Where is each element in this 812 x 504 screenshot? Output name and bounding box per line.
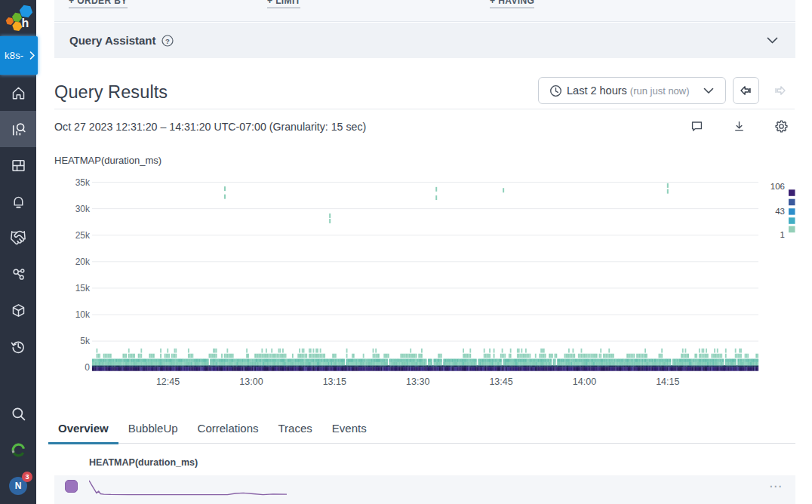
summary-table-row[interactable]: ⋯ <box>54 475 795 504</box>
time-range-value: Last 2 hours <box>567 85 627 97</box>
main-content: + ORDER BY + LIMIT + HAVING Query Assist… <box>36 0 812 504</box>
time-range-dropdown[interactable]: Last 2 hours (run just now) <box>538 77 726 104</box>
environment-switcher[interactable]: k8s- <box>0 36 38 75</box>
page-title: Query Results <box>54 82 168 103</box>
help-icon[interactable]: ? <box>161 35 174 47</box>
cube-icon <box>11 303 26 318</box>
query-assistant-title: Query Assistant <box>69 34 156 47</box>
svg-text:0: 0 <box>85 362 90 373</box>
environment-label: k8s- <box>5 50 23 61</box>
history-icon <box>10 338 26 355</box>
sidebar-item-usage[interactable] <box>0 432 36 468</box>
summary-sparkline <box>89 479 287 497</box>
having-button[interactable]: + HAVING <box>490 0 534 8</box>
honeycomb-logo[interactable]: h <box>0 0 36 36</box>
avatar: N 3 <box>9 477 27 495</box>
svg-text:43: 43 <box>775 207 785 216</box>
tab-correlations[interactable]: Correlations <box>188 413 269 443</box>
usage-ring-icon <box>10 441 27 459</box>
svg-text:20k: 20k <box>75 257 91 267</box>
order-by-button[interactable]: + ORDER BY <box>69 0 128 8</box>
sidebar-item-activity-history[interactable] <box>0 328 36 364</box>
row-menu-ellipsis[interactable]: ⋯ <box>769 478 783 494</box>
chevron-down-icon <box>703 88 714 94</box>
honeycomb-query-page: h k8s- <box>0 0 812 504</box>
boards-icon <box>11 158 26 174</box>
handshake-icon <box>10 229 26 246</box>
search-icon <box>10 405 27 423</box>
svg-text:5k: 5k <box>80 336 91 346</box>
clock-icon <box>549 85 562 97</box>
svg-text:13:30: 13:30 <box>406 376 429 387</box>
svg-text:1: 1 <box>780 230 785 239</box>
svg-text:13:45: 13:45 <box>489 376 512 387</box>
results-tabs: OverviewBubbleUpCorrelationsTracesEvents <box>48 413 795 444</box>
svg-text:30k: 30k <box>75 204 91 214</box>
svg-text:h: h <box>22 17 29 29</box>
notification-badge: 3 <box>22 472 32 482</box>
query-controls: Last 2 hours (run just now) <box>538 77 788 104</box>
svg-text:13:00: 13:00 <box>239 376 263 387</box>
gear-icon[interactable] <box>773 118 789 134</box>
svg-text:?: ? <box>165 36 170 45</box>
honeycomb-logo-icon: h <box>0 0 36 36</box>
sidebar-item-boards[interactable] <box>0 147 36 183</box>
tab-traces[interactable]: Traces <box>268 413 321 443</box>
chevron-right-icon <box>29 51 35 60</box>
sidebar-item-slos[interactable] <box>0 220 36 256</box>
svg-text:10k: 10k <box>75 309 91 320</box>
query-icon <box>10 121 26 137</box>
sidebar-spacer <box>0 364 36 395</box>
sidebar: h k8s- <box>0 0 36 504</box>
result-actions <box>688 118 789 134</box>
sidebar-item-service-map[interactable] <box>0 256 36 292</box>
sidebar-item-account[interactable]: N 3 <box>0 468 36 504</box>
query-date-range: Oct 27 2023 12:31:20 – 14:31:20 UTC-07:0… <box>54 121 366 133</box>
service-map-icon <box>11 266 26 282</box>
svg-text:35k: 35k <box>75 177 91 188</box>
svg-text:13:15: 13:15 <box>323 376 346 387</box>
svg-text:14:00: 14:00 <box>573 376 596 387</box>
next-query-button-disabled <box>773 77 788 104</box>
tab-events[interactable]: Events <box>322 413 377 443</box>
limit-button[interactable]: + LIMIT <box>267 0 300 8</box>
download-icon[interactable] <box>730 118 747 134</box>
chart-title: HEATMAP(duration_ms) <box>54 155 161 166</box>
sidebar-item-home[interactable] <box>0 75 36 111</box>
time-range-note: (run just now) <box>630 85 690 97</box>
svg-text:14:15: 14:15 <box>656 376 679 387</box>
query-assistant-bar[interactable]: Query Assistant ? <box>54 23 795 58</box>
bell-icon <box>11 194 26 210</box>
home-icon <box>11 85 26 101</box>
comment-icon[interactable] <box>688 118 705 134</box>
summary-column-header: HEATMAP(duration_ms) <box>89 457 198 468</box>
heatmap-chart[interactable]: 05k10k15k20k25k30k35k12:4513:0013:1513:3… <box>54 172 801 394</box>
sidebar-item-search[interactable] <box>0 395 36 432</box>
sidebar-item-datasets[interactable] <box>0 292 36 328</box>
svg-text:12:45: 12:45 <box>156 376 180 387</box>
svg-text:25k: 25k <box>75 230 91 241</box>
sidebar-item-query[interactable] <box>0 111 36 147</box>
svg-text:15k: 15k <box>75 283 91 293</box>
query-builder-strip: + ORDER BY + LIMIT + HAVING <box>54 0 795 22</box>
tab-bubbleup[interactable]: BubbleUp <box>118 413 188 443</box>
previous-query-button[interactable] <box>733 77 759 104</box>
sidebar-item-alerts[interactable] <box>0 183 36 220</box>
svg-text:106: 106 <box>770 182 785 191</box>
series-color-swatch <box>65 480 78 493</box>
header-divider <box>54 109 795 109</box>
tab-overview[interactable]: Overview <box>48 413 118 443</box>
chevron-down-icon[interactable] <box>767 37 778 44</box>
